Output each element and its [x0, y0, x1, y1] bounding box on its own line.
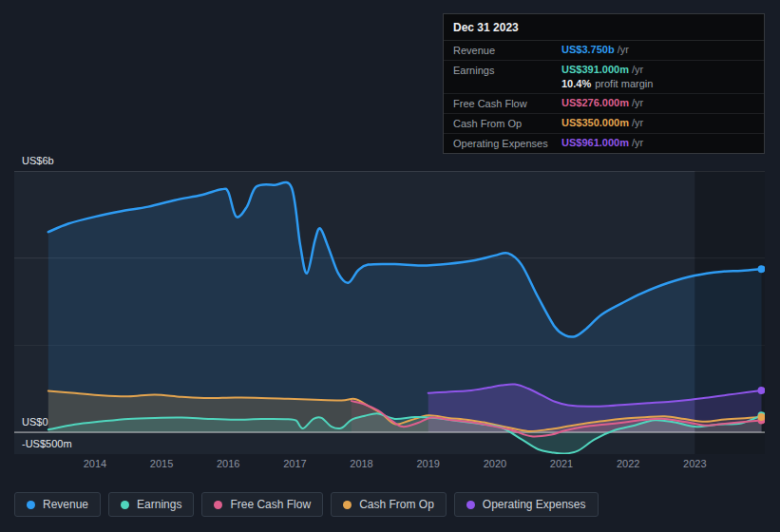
x-axis-label: 2021	[550, 458, 573, 469]
free-cash-flow-value: US$276.000m	[561, 97, 629, 108]
legend-label-free-cash-flow: Free Cash Flow	[230, 498, 311, 511]
x-axis-label: 2014	[84, 458, 106, 469]
tooltip-row-cash-from-op: Cash From Op US$350.000m/yr	[444, 114, 764, 134]
profit-margin-value: 10.4%	[561, 78, 591, 89]
legend-label-revenue: Revenue	[43, 498, 88, 511]
y-axis-label: US$6b	[22, 155, 54, 166]
y-axis-label: US$0	[22, 416, 48, 428]
operating-expenses-legend-dot	[466, 501, 475, 509]
legend-label-earnings: Earnings	[137, 498, 181, 511]
legend-item-revenue[interactable]: Revenue	[14, 492, 101, 517]
chart-plot[interactable]: US$6bUS$0-US$500m	[14, 171, 765, 454]
x-axis-label: 2020	[484, 458, 506, 469]
operating-expenses-value-suffix: /yr	[632, 137, 643, 148]
cash-from-op-value: US$350.000m	[561, 117, 629, 128]
legend-label-operating-expenses: Operating Expenses	[483, 498, 586, 511]
y-axis-label: -US$500m	[22, 438, 72, 449]
free-cash-flow-legend-dot	[214, 501, 222, 509]
x-axis-label: 2019	[416, 458, 439, 469]
x-axis-label: 2016	[217, 458, 239, 469]
forecast-shade	[694, 171, 765, 454]
chart-legend: Revenue Earnings Free Cash Flow Cash Fro…	[14, 492, 599, 517]
revenue-value: US$3.750b	[561, 44, 615, 55]
legend-label-cash-from-op: Cash From Op	[359, 498, 434, 511]
earnings-value: US$391.000m	[561, 64, 629, 75]
revenue-value-suffix: /yr	[618, 44, 629, 55]
tooltip-row-earnings: Earnings US$391.000m/yr 10.4%profit marg…	[444, 61, 764, 94]
tooltip-row-revenue: Revenue US$3.750b/yr	[444, 41, 764, 61]
legend-item-free-cash-flow[interactable]: Free Cash Flow	[201, 492, 323, 517]
legend-item-operating-expenses[interactable]: Operating Expenses	[454, 492, 599, 517]
tooltip-label-revenue: Revenue	[453, 44, 561, 56]
x-axis-label: 2017	[283, 458, 306, 469]
earnings-legend-dot	[121, 501, 129, 509]
earnings-value-suffix: /yr	[632, 64, 643, 75]
x-axis: 2014201520162017201820192020202120222023	[14, 458, 765, 471]
tooltip-row-free-cash-flow: Free Cash Flow US$276.000m/yr	[444, 94, 764, 114]
tooltip-label-free-cash-flow: Free Cash Flow	[453, 97, 561, 109]
tooltip-value-revenue: US$3.750b/yr	[561, 44, 629, 55]
x-axis-label: 2023	[683, 458, 706, 469]
tooltip-row-operating-expenses: Operating Expenses US$961.000m/yr	[444, 134, 764, 153]
tooltip-date: Dec 31 2023	[444, 14, 764, 41]
free-cash-flow-value-suffix: /yr	[632, 97, 643, 108]
tooltip-value-cash-from-op: US$350.000m/yr	[561, 117, 643, 128]
chart-svg[interactable]	[14, 171, 765, 454]
tooltip-value-operating-expenses: US$961.000m/yr	[561, 137, 643, 148]
tooltip-value-earnings: US$391.000m/yr 10.4%profit margin	[561, 64, 653, 89]
cash-from-op-value-suffix: /yr	[632, 117, 643, 128]
x-axis-label: 2015	[150, 458, 173, 469]
earnings-value-line: US$391.000m/yr	[561, 64, 653, 75]
earnings-revenue-history-chart: US$6bUS$0-US$500m 2014201520162017201820…	[0, 0, 780, 532]
profit-margin-line: 10.4%profit margin	[561, 78, 653, 89]
tooltip-value-free-cash-flow: US$276.000m/yr	[561, 97, 643, 108]
legend-item-earnings[interactable]: Earnings	[108, 492, 194, 517]
tooltip-label-earnings: Earnings	[453, 64, 561, 76]
x-axis-label: 2018	[350, 458, 372, 469]
profit-margin-label: profit margin	[595, 78, 653, 89]
revenue-legend-dot	[27, 501, 35, 509]
operating-expenses-value: US$961.000m	[561, 137, 629, 148]
data-tooltip: Dec 31 2023 Revenue US$3.750b/yr Earning…	[443, 13, 765, 154]
x-axis-label: 2022	[617, 458, 639, 469]
cash-from-op-legend-dot	[343, 501, 352, 509]
legend-item-cash-from-op[interactable]: Cash From Op	[331, 492, 447, 517]
tooltip-label-operating-expenses: Operating Expenses	[453, 137, 561, 149]
tooltip-label-cash-from-op: Cash From Op	[453, 117, 561, 129]
